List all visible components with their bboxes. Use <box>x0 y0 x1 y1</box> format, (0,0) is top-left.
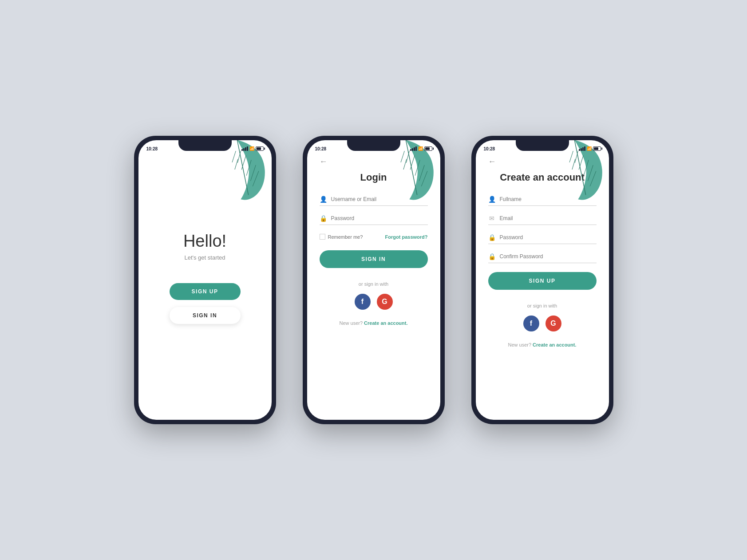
signal-icon <box>410 146 417 151</box>
notch <box>347 140 400 151</box>
google-button[interactable]: G <box>545 315 561 331</box>
social-row: f G <box>488 315 597 331</box>
wifi-icon: 📶 <box>587 146 592 151</box>
lock-icon: 🔒 <box>320 215 327 222</box>
phone-hello: 10:28 📶 <box>134 136 276 424</box>
hello-title: Hello! <box>183 232 226 251</box>
wifi-icon: 📶 <box>418 146 423 151</box>
create-account-link[interactable]: Create an account. <box>533 342 576 347</box>
or-text: or sign in with <box>488 303 597 308</box>
notch <box>516 140 569 151</box>
signin-button[interactable]: SIGN IN <box>170 307 241 324</box>
wifi-icon: 📶 <box>249 146 254 151</box>
user-icon: 👤 <box>320 196 327 203</box>
signup-button[interactable]: SIGN UP <box>170 283 241 300</box>
status-icons: 📶 <box>410 146 432 151</box>
remember-checkbox[interactable] <box>320 234 325 240</box>
new-user-text: New user? Create an account. <box>488 342 597 347</box>
create-account-link[interactable]: Create an account. <box>364 320 407 326</box>
phone-register: 10:28 📶 <box>471 136 613 424</box>
email-field-group: ✉ <box>488 215 597 225</box>
status-icons: 📶 <box>241 146 264 151</box>
status-time: 10:28 <box>146 146 158 151</box>
battery-icon <box>593 146 601 151</box>
facebook-button[interactable]: f <box>523 315 539 331</box>
lock-icon: 🔒 <box>488 234 495 241</box>
signal-icon <box>241 146 248 151</box>
phone-login: 10:28 📶 <box>303 136 445 424</box>
email-icon: ✉ <box>488 215 495 222</box>
signin-button[interactable]: SIGN IN <box>320 250 428 268</box>
password-field-group: 🔒 <box>488 234 597 244</box>
lock-confirm-icon: 🔒 <box>488 253 495 260</box>
confirm-password-field-group: 🔒 <box>488 253 597 263</box>
password-field-group: 🔒 <box>320 215 428 225</box>
battery-icon <box>424 146 432 151</box>
signal-icon <box>579 146 585 151</box>
password-input[interactable] <box>500 234 597 241</box>
status-time: 10:28 <box>484 146 495 151</box>
remember-label: Remember me? <box>328 234 363 240</box>
password-input[interactable] <box>331 215 428 221</box>
facebook-button[interactable]: f <box>355 294 371 310</box>
signup-button[interactable]: SIGN UP <box>488 272 597 290</box>
hello-subtitle: Let's get started <box>184 254 225 261</box>
remember-row: Remember me? Forgot password? <box>320 234 428 240</box>
status-icons: 📶 <box>579 146 601 151</box>
or-text: or sign in with <box>320 281 428 287</box>
remember-left: Remember me? <box>320 234 363 240</box>
new-user-text: New user? Create an account. <box>320 320 428 326</box>
status-time: 10:28 <box>315 146 327 151</box>
email-input[interactable] <box>500 215 597 221</box>
social-row: f G <box>320 294 428 310</box>
battery-icon <box>256 146 264 151</box>
google-button[interactable]: G <box>377 294 393 310</box>
notch <box>178 140 232 151</box>
confirm-password-input[interactable] <box>500 253 597 260</box>
forgot-password-link[interactable]: Forgot password? <box>385 234 428 240</box>
user-icon: 👤 <box>488 196 495 203</box>
